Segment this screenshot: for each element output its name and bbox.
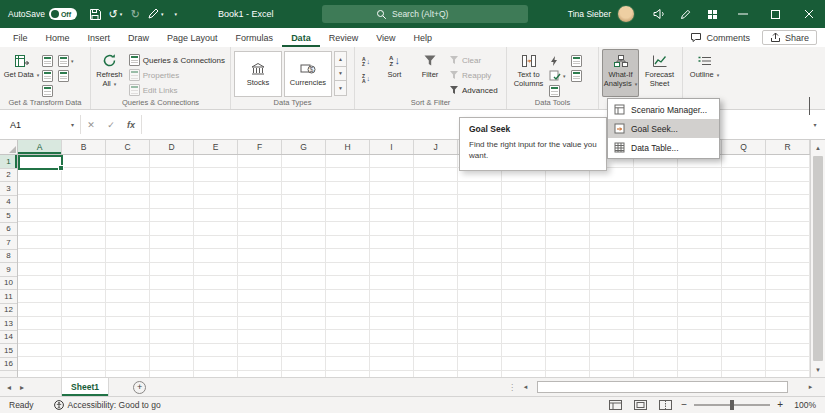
select-all-button[interactable]	[0, 140, 18, 154]
save-button[interactable]	[87, 4, 104, 24]
tab-home[interactable]: Home	[37, 28, 79, 47]
menu-item-data-table[interactable]: Data Table...	[608, 138, 719, 157]
close-button[interactable]	[792, 0, 825, 28]
row-header-16[interactable]: 16	[0, 358, 17, 372]
row-header-7[interactable]: 7	[0, 236, 17, 250]
remove-duplicates-button[interactable]	[571, 55, 582, 67]
next-sheet-button[interactable]: ▸	[20, 383, 24, 392]
tab-data[interactable]: Data	[282, 28, 320, 47]
text-to-columns-button[interactable]: Text to Columns	[510, 49, 547, 97]
cells-area[interactable]	[18, 155, 810, 377]
tab-page-layout[interactable]: Page Layout	[158, 28, 227, 47]
row-header-8[interactable]: 8	[0, 250, 17, 264]
pen-tool-button[interactable]: ▾	[147, 4, 164, 24]
page-break-view-button[interactable]	[656, 399, 674, 412]
row-header-12[interactable]: 12	[0, 304, 17, 318]
cancel-entry-button[interactable]: ✕	[81, 110, 101, 139]
row-header-5[interactable]: 5	[0, 209, 17, 223]
column-header-R[interactable]: R	[766, 140, 810, 154]
scroll-down-button[interactable]: ▼	[811, 362, 825, 377]
zoom-slider-thumb[interactable]	[730, 400, 734, 410]
relationships-button[interactable]	[549, 85, 566, 97]
gallery-more-button[interactable]: ▼	[334, 80, 347, 96]
column-header-E[interactable]: E	[194, 140, 238, 154]
zoom-slider[interactable]	[694, 404, 770, 406]
insert-function-button[interactable]: fx	[121, 110, 141, 139]
tab-help[interactable]: Help	[405, 28, 442, 47]
expand-formula-bar-button[interactable]: ▾	[805, 110, 825, 139]
share-button[interactable]: Share	[762, 30, 817, 45]
get-data-button[interactable]: Get Data ▾	[3, 49, 40, 97]
undo-button[interactable]: ↺▾	[107, 4, 124, 24]
column-header-A[interactable]: A	[18, 140, 62, 154]
enter-entry-button[interactable]: ✓	[101, 110, 121, 139]
comments-button[interactable]: Comments	[690, 32, 750, 43]
tab-review[interactable]: Review	[320, 28, 368, 47]
user-name[interactable]: Tina Sieber	[568, 9, 611, 19]
row-header-15[interactable]: 15	[0, 344, 17, 358]
horizontal-scrollbar-thumb[interactable]	[537, 381, 788, 393]
stocks-tile[interactable]: Stocks	[234, 51, 282, 97]
tab-scrollbar-splitter[interactable]: ⋮	[505, 378, 519, 396]
filter-button[interactable]: Filter	[415, 49, 445, 97]
row-header-10[interactable]: 10	[0, 277, 17, 291]
outline-button[interactable]: Outline ▾	[686, 49, 723, 97]
previous-sheet-button[interactable]: ◂	[7, 383, 11, 392]
tab-file[interactable]: File	[4, 28, 37, 47]
ink-button[interactable]	[672, 0, 699, 28]
page-layout-view-button[interactable]	[631, 399, 649, 412]
column-header-Q[interactable]: Q	[722, 140, 766, 154]
column-header-F[interactable]: F	[238, 140, 282, 154]
collapse-ribbon-button[interactable]	[809, 98, 819, 106]
tab-draw[interactable]: Draw	[119, 28, 158, 47]
scroll-right-button[interactable]: ▸	[804, 378, 817, 396]
column-header-C[interactable]: C	[106, 140, 150, 154]
advanced-filter-button[interactable]: Advanced	[447, 83, 500, 97]
row-header-3[interactable]: 3	[0, 182, 17, 196]
menu-item-scenario-manager[interactable]: Scenario Manager...	[608, 100, 719, 119]
row-header-6[interactable]: 6	[0, 223, 17, 237]
from-web-button[interactable]	[42, 70, 53, 82]
refresh-all-button[interactable]: Refresh All ▾	[94, 49, 125, 97]
what-if-analysis-button[interactable]: What-If Analysis ▾	[602, 49, 639, 97]
name-box[interactable]: A1 ▾	[0, 110, 80, 139]
column-header-D[interactable]: D	[150, 140, 194, 154]
vertical-scrollbar[interactable]: ▲ ▼	[810, 140, 825, 377]
new-sheet-button[interactable]: +	[133, 381, 146, 394]
sort-descending-button[interactable]: ZA↓	[358, 71, 374, 86]
search-input[interactable]	[392, 9, 474, 19]
feedback-button[interactable]	[645, 0, 672, 28]
maximize-button[interactable]	[759, 0, 792, 28]
zoom-in-button[interactable]: +	[777, 400, 783, 410]
sheet-tab-sheet1[interactable]: Sheet1	[61, 378, 109, 396]
forecast-sheet-button[interactable]: Forecast Sheet	[641, 49, 678, 97]
row-header-13[interactable]: 13	[0, 317, 17, 331]
horizontal-scrollbar[interactable]	[532, 378, 804, 396]
menu-item-goal-seek[interactable]: Goal Seek...	[608, 119, 719, 138]
gallery-up-button[interactable]: ▲	[334, 51, 347, 67]
accessibility-status[interactable]: Accessibility: Good to go	[54, 400, 161, 410]
row-header-9[interactable]: 9	[0, 263, 17, 277]
minimize-button[interactable]	[726, 0, 759, 28]
tab-view[interactable]: View	[367, 28, 404, 47]
queries-connections-button[interactable]: Queries & Connections	[127, 53, 227, 67]
scroll-left-button[interactable]: ◂	[519, 378, 532, 396]
selected-cell-A1[interactable]	[18, 155, 63, 170]
vertical-scrollbar-thumb[interactable]	[813, 156, 823, 361]
customize-quick-access-button[interactable]: ▾	[167, 4, 184, 24]
column-header-G[interactable]: G	[282, 140, 326, 154]
user-avatar[interactable]	[617, 5, 635, 23]
column-header-B[interactable]: B	[62, 140, 106, 154]
gallery-down-button[interactable]: ▼	[334, 66, 347, 82]
column-header-I[interactable]: I	[370, 140, 414, 154]
recent-sources-button[interactable]: ▾	[58, 55, 74, 67]
apps-button[interactable]	[699, 0, 726, 28]
row-header-1[interactable]: 1	[0, 155, 17, 169]
consolidate-button[interactable]	[571, 70, 582, 82]
scroll-up-button[interactable]: ▲	[811, 140, 825, 155]
row-header-11[interactable]: 11	[0, 290, 17, 304]
sort-ascending-button[interactable]: AZ↓	[358, 54, 374, 69]
data-validation-button[interactable]: ▾	[549, 70, 566, 82]
row-header-4[interactable]: 4	[0, 196, 17, 210]
from-text-csv-button[interactable]	[42, 55, 53, 67]
